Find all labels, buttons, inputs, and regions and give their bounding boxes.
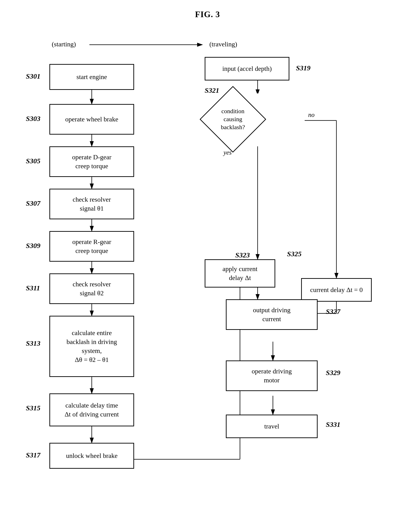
step-S329-box: operate drivingmotor	[226, 361, 318, 391]
step-S331-label: S331	[326, 420, 340, 428]
svg-text:no: no	[308, 111, 315, 118]
step-S303-label: S303	[26, 114, 40, 123]
step-S301-text: start engine	[76, 73, 107, 81]
step-S327-box: output drivingcurrent	[226, 299, 318, 330]
step-S307-box: check resolversignal θ1	[49, 189, 134, 219]
step-S305-box: operate D-gearcreep torque	[49, 146, 134, 177]
step-S331-box: travel	[226, 415, 318, 438]
step-S309-label: S309	[26, 242, 40, 250]
step-S313-text: calculate entirebacklash in drivingsyste…	[66, 328, 117, 364]
step-S305-text: operate D-gearcreep torque	[72, 153, 111, 171]
step-S315-text: calculate delay timeΔt of driving curren…	[65, 401, 119, 419]
step-S317-label: S317	[26, 451, 40, 459]
step-S307-label: S307	[26, 199, 40, 207]
step-S301-box: start engine	[49, 64, 134, 90]
step-S317-text: unlock wheel brake	[66, 451, 117, 460]
step-S325-label: S325	[287, 250, 302, 258]
step-S311-box: check resolversignal θ2	[49, 273, 134, 304]
step-S311-text: check resolversignal θ2	[73, 280, 111, 298]
step-S309-box: operate R-gearcreep torque	[49, 231, 134, 262]
step-S321-label: S321	[205, 86, 219, 94]
step-S325-box: current delay Δt = 0	[301, 278, 372, 302]
step-S305-label: S305	[26, 157, 40, 165]
step-S311-label: S311	[26, 284, 40, 292]
step-S309-text: operate R-gearcreep torque	[72, 238, 111, 255]
step-S325-text: current delay Δt = 0	[310, 285, 363, 294]
step-S329-text: operate drivingmotor	[252, 367, 292, 385]
step-S319-label: S319	[296, 64, 311, 72]
step-S323-text: apply currentdelay Δt	[223, 265, 258, 282]
step-S327-label: S327	[326, 307, 340, 315]
traveling-label: (traveling)	[209, 40, 237, 48]
step-S315-label: S315	[26, 404, 40, 412]
step-S323-box: apply currentdelay Δt	[205, 259, 275, 287]
step-S327-text: output drivingcurrent	[253, 306, 290, 323]
step-S313-box: calculate entirebacklash in drivingsyste…	[49, 316, 134, 377]
step-S321-diamond: conditioncausingbacklash?	[207, 93, 259, 145]
step-S331-text: travel	[264, 422, 279, 431]
step-S313-label: S313	[26, 339, 40, 347]
step-S319-box: input (accel depth)	[205, 57, 289, 80]
step-S315-box: calculate delay timeΔt of driving curren…	[49, 393, 134, 426]
step-S329-label: S329	[326, 369, 340, 377]
step-S303-text: operate wheel brake	[65, 115, 118, 124]
step-S317-box: unlock wheel brake	[49, 443, 134, 469]
step-S303-box: operate wheel brake	[49, 104, 134, 135]
page-title: FIG. 3	[0, 0, 415, 19]
step-S307-text: check resolversignal θ1	[73, 195, 111, 213]
step-S321-text: conditioncausingbacklash?	[221, 107, 245, 131]
starting-label: (starting)	[52, 40, 76, 48]
step-S319-text: input (accel depth)	[222, 64, 272, 73]
step-S301-label: S301	[26, 72, 40, 80]
step-S323-label: S323	[235, 251, 250, 259]
